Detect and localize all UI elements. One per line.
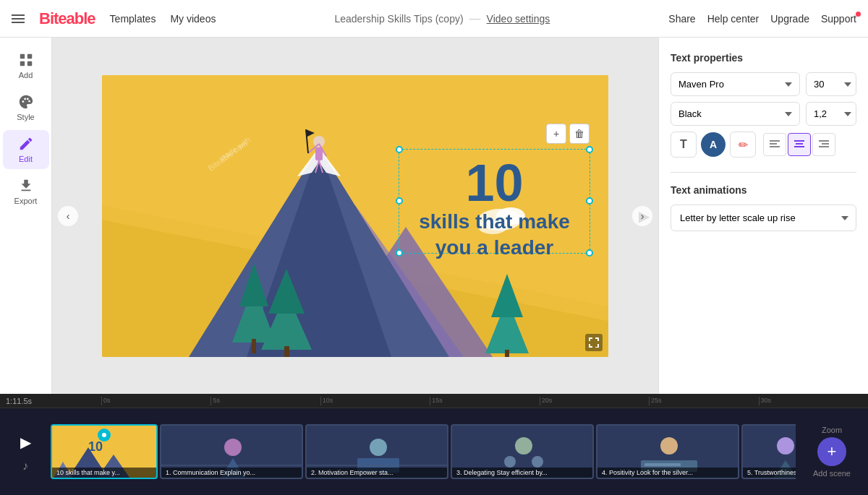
nav-templates[interactable]: Templates [110, 13, 156, 25]
align-center-button[interactable] [788, 133, 811, 156]
sidebar-item-export[interactable]: Export [3, 172, 49, 211]
svg-rect-71 [644, 463, 681, 466]
clip-active-indicator [98, 429, 111, 442]
svg-point-66 [504, 456, 516, 468]
add-scene-label: Add scene [813, 469, 851, 478]
timeline-clip[interactable]: 3. Delegating Stay efficient by... [451, 424, 594, 479]
align-left-icon [770, 140, 780, 149]
text-toolbar: + 🗑 [546, 124, 590, 144]
timeline-clip[interactable]: 5. Trustworthiness En... [741, 424, 796, 479]
ruler-mark: 10s [320, 397, 430, 405]
ruler-mark: 25s [649, 397, 758, 405]
svg-point-61 [370, 439, 387, 456]
sidebar-item-add[interactable]: Add [3, 46, 49, 85]
text-color-button[interactable]: A [701, 132, 726, 157]
svg-rect-24 [505, 350, 509, 357]
text-format-button[interactable]: T [671, 132, 697, 158]
svg-rect-2 [20, 61, 24, 66]
svg-rect-45 [796, 143, 803, 145]
timeline-play-button[interactable]: ▶ [14, 431, 37, 454]
sidebar-label-export: Export [14, 197, 38, 205]
edit-icon [18, 136, 34, 152]
text-properties-title: Text properties [671, 52, 856, 64]
expand-icon [589, 337, 599, 348]
export-icon [18, 178, 34, 194]
svg-rect-18 [252, 339, 256, 353]
text-animations-section: Text animations Letter by letter scale u… [671, 184, 856, 231]
video-settings-link[interactable]: Video settings [487, 13, 550, 25]
timeline-clip[interactable]: 4. Positivity Look for the silver... [596, 424, 739, 479]
svg-point-55 [102, 433, 106, 437]
logo: biteable [39, 9, 95, 28]
timeline-time-display: 1:11.5s [0, 397, 51, 405]
timeline-clip[interactable]: 2. Motivation Empower sta... [305, 424, 448, 479]
svg-point-6 [26, 98, 28, 100]
ruler-mark: 15s [430, 397, 539, 405]
sidebar-item-style[interactable]: Style [3, 88, 49, 127]
animation-select[interactable]: Letter by letter scale up rise [671, 205, 856, 231]
font-color-select[interactable]: Black [671, 102, 800, 126]
font-family-select[interactable]: Maven Pro [671, 72, 800, 96]
svg-point-4 [22, 100, 24, 103]
upgrade-link[interactable]: Upgrade [770, 13, 809, 25]
align-right-button[interactable] [812, 133, 835, 156]
ruler-mark: 30s [759, 397, 868, 405]
add-text-element-button[interactable]: + [546, 124, 566, 144]
prev-scene-button[interactable]: ‹ [58, 206, 78, 226]
svg-rect-46 [794, 146, 804, 147]
svg-point-7 [28, 100, 30, 103]
svg-point-73 [777, 437, 794, 455]
align-right-icon [819, 140, 829, 149]
svg-rect-44 [794, 140, 804, 142]
svg-rect-42 [770, 146, 780, 147]
svg-rect-21 [284, 346, 289, 357]
svg-point-69 [660, 437, 678, 455]
clip-indicator-icon [101, 432, 107, 438]
expand-button[interactable] [585, 334, 603, 351]
svg-point-67 [532, 456, 543, 468]
sidebar-label-add: Add [19, 71, 33, 79]
ruler-mark: 5s [210, 397, 320, 405]
grid-icon [18, 52, 34, 68]
delete-text-element-button[interactable]: 🗑 [569, 124, 590, 144]
next-scene-button[interactable]: › [632, 206, 652, 226]
font-size-select[interactable]: 30 [806, 72, 856, 96]
svg-rect-48 [822, 143, 829, 145]
svg-rect-40 [770, 140, 780, 142]
timeline-clip[interactable]: 1. Communication Explain yo... [160, 424, 303, 479]
clip-label: 5. Trustworthiness En... [743, 468, 796, 478]
style-icon [18, 94, 34, 110]
svg-rect-1 [27, 54, 31, 59]
svg-rect-47 [819, 140, 829, 142]
clip-label: 10 skills that make y... [52, 468, 156, 478]
svg-point-28 [313, 136, 325, 147]
svg-rect-0 [20, 54, 24, 59]
ruler-mark: 0s [101, 397, 210, 405]
svg-text:10: 10 [88, 439, 103, 454]
clip-label: 2. Motivation Empower sta... [307, 468, 447, 478]
menu-button[interactable] [12, 14, 25, 23]
sidebar-label-style: Style [17, 113, 34, 121]
timeline-clip[interactable]: 10 10 skills that make y... [51, 424, 158, 479]
zoom-label: Zoom [822, 426, 842, 434]
nav-my-videos[interactable]: My videos [170, 13, 216, 25]
svg-point-65 [515, 437, 532, 455]
canvas-frame: made with Biteable.com made with Biteabl… [102, 75, 608, 357]
project-title: Leadership Skills Tips (copy) [334, 13, 463, 25]
music-icon[interactable]: ♪ [22, 460, 28, 473]
sidebar-item-edit[interactable]: Edit [3, 130, 49, 169]
text-selection-box[interactable]: + 🗑 10 skills that make you a leader [399, 149, 590, 254]
svg-rect-49 [819, 146, 829, 147]
svg-point-57 [224, 439, 242, 456]
line-height-select[interactable]: 1,2 [806, 102, 856, 126]
support-link[interactable]: Support [821, 13, 856, 25]
add-scene-button[interactable]: + [817, 437, 846, 466]
share-button[interactable]: Share [668, 13, 695, 25]
ruler-mark: 20s [540, 397, 649, 405]
help-center-link[interactable]: Help center [707, 13, 760, 25]
text-properties-section: Text properties Maven Pro 30 Black 1,2 T [671, 52, 856, 158]
align-left-button[interactable] [763, 133, 786, 156]
clip-label: 3. Delegating Stay efficient by... [452, 468, 592, 478]
text-style-button[interactable]: ✏ [730, 132, 756, 158]
svg-rect-41 [770, 143, 777, 145]
